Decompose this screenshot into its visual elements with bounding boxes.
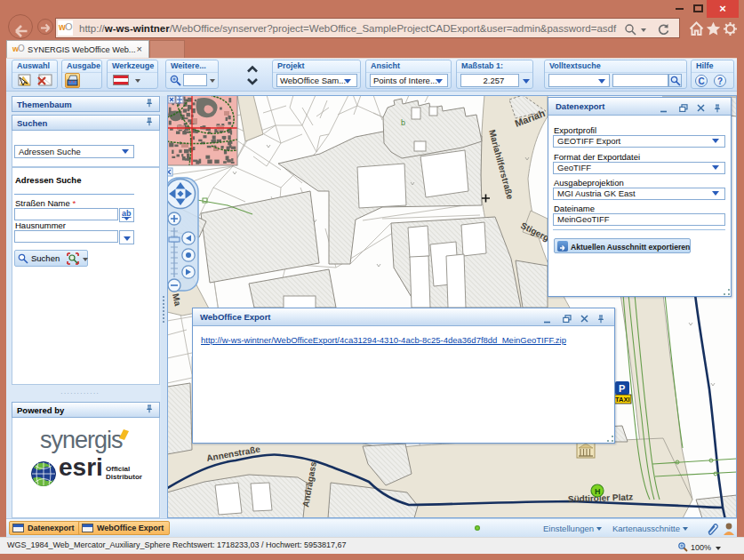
svg-text:b: b (401, 118, 405, 127)
svg-text:H: H (595, 487, 601, 496)
svg-text:ab: ab (122, 209, 132, 218)
svg-text:P: P (619, 383, 625, 394)
svg-text:TAXI: TAXI (615, 396, 630, 404)
